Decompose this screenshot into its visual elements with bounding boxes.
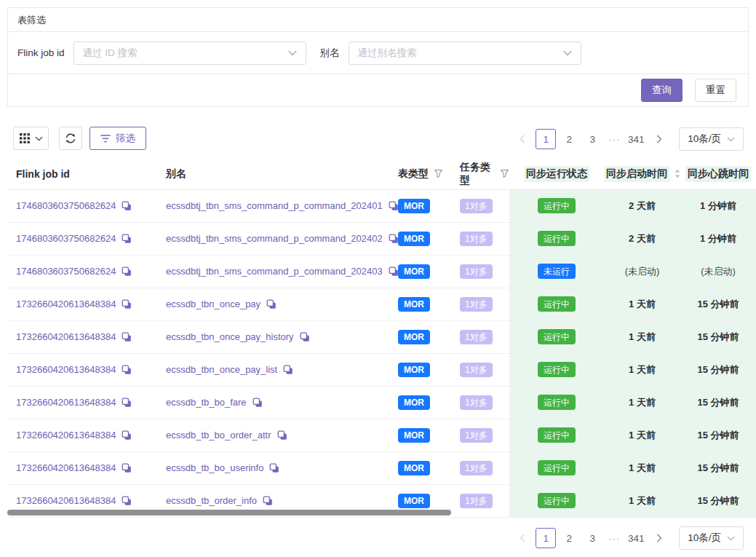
next-page-button[interactable] — [649, 129, 669, 149]
reset-button[interactable]: 重置 — [695, 79, 736, 102]
page-size-value: 10条/页 — [688, 532, 721, 545]
filter-funnel-icon[interactable] — [434, 169, 443, 178]
alias-link[interactable]: ecssdb_tb_bo_userinfo — [166, 462, 263, 473]
page-number-2[interactable]: 2 — [559, 129, 579, 149]
copy-icon[interactable] — [122, 365, 132, 375]
flink-job-id-select[interactable]: 通过 ID 搜索 — [73, 42, 306, 65]
table-row: 1732660420613648384 ecssdb_tbn_once_pay … — [7, 288, 756, 320]
copy-icon[interactable] — [122, 266, 132, 277]
previous-page-button[interactable] — [512, 528, 533, 548]
copy-icon[interactable] — [389, 266, 399, 277]
alias-link[interactable]: ecssdbtj_tbn_sms_command_p_command_20240… — [166, 200, 383, 211]
flink-job-id-link[interactable]: 1746803603750682624 — [16, 233, 116, 244]
sync-start-time-cell: 1 天前 — [604, 288, 680, 320]
refresh-button[interactable] — [59, 127, 82, 150]
sync-heartbeat-time-cell: 15 分钟前 — [680, 451, 756, 484]
flink-job-id-link[interactable]: 1746803603750682624 — [16, 200, 116, 211]
query-button[interactable]: 查询 — [641, 79, 683, 102]
grid-icon — [20, 133, 30, 143]
table-type-cell: MOR — [391, 255, 453, 288]
copy-icon[interactable] — [300, 332, 310, 342]
chevron-left-icon — [520, 135, 525, 143]
alias-link[interactable]: ecssdb_tb_bo_fare — [166, 397, 247, 408]
previous-page-button[interactable] — [512, 129, 533, 149]
table-type-badge: MOR — [398, 494, 430, 508]
flink-job-id-placeholder: 通过 ID 搜索 — [83, 47, 138, 60]
page-ellipsis[interactable]: ··· — [605, 134, 623, 145]
page-number-341[interactable]: 341 — [626, 129, 646, 149]
task-type-badge: 1对多 — [460, 264, 493, 279]
alias-cell: ecssdbtj_tbn_sms_command_p_command_20240… — [159, 189, 391, 222]
sync-status-badge: 运行中 — [538, 329, 576, 344]
copy-icon[interactable] — [122, 496, 132, 506]
copy-icon[interactable] — [283, 365, 293, 375]
table-row: 1732660420613648384 ecssdb_tb_bo_userinf… — [7, 451, 756, 484]
sync-status-badge: 运行中 — [538, 427, 576, 443]
alias-link[interactable]: ecssdb_tbn_once_pay_history — [166, 331, 294, 342]
flink-job-id-link[interactable]: 1732660420613648384 — [16, 364, 116, 375]
column-settings-button[interactable] — [13, 127, 49, 150]
copy-icon[interactable] — [277, 430, 287, 441]
filter-icon — [100, 134, 111, 143]
copy-icon[interactable] — [122, 463, 132, 473]
flink-job-id-link[interactable]: 1732660420613648384 — [16, 397, 116, 408]
copy-icon[interactable] — [122, 332, 132, 342]
page-ellipsis[interactable]: ··· — [605, 533, 623, 544]
sync-start-time-cell: (未启动) — [604, 255, 680, 288]
page-number-3[interactable]: 3 — [582, 129, 602, 149]
sync-status-badge: 运行中 — [538, 493, 576, 508]
column-header-sync-status: 同步运行状态 — [509, 159, 604, 189]
alias-link[interactable]: ecssdb_tb_bo_order_attr — [166, 430, 271, 441]
flink-job-id-link[interactable]: 1732660420613648384 — [16, 495, 116, 506]
horizontal-scrollbar-thumb[interactable] — [7, 510, 451, 515]
flink-job-id-cell: 1732660420613648384 — [7, 419, 159, 451]
flink-job-id-link[interactable]: 1732660420613648384 — [16, 430, 116, 441]
copy-icon[interactable] — [122, 299, 132, 309]
copy-icon[interactable] — [269, 463, 279, 473]
alias-link[interactable]: ecssdb_tbn_once_pay — [166, 299, 260, 309]
chevron-down-icon — [288, 50, 297, 56]
sync-status-cell: 运行中 — [509, 451, 604, 484]
alias-link[interactable]: ecssdb_tbn_once_pay_list — [166, 364, 277, 375]
refresh-icon — [65, 133, 76, 144]
copy-icon[interactable] — [122, 234, 132, 244]
column-header-flink-job-id: Flink job id — [7, 159, 159, 189]
next-page-button[interactable] — [649, 528, 669, 548]
alias-placeholder: 通过别名搜索 — [358, 47, 417, 60]
copy-icon[interactable] — [389, 201, 399, 211]
page-size-select[interactable]: 10条/页 — [679, 127, 744, 151]
page-number-341[interactable]: 341 — [626, 528, 646, 548]
alias-select[interactable]: 通过别名搜索 — [349, 42, 581, 65]
sync-heartbeat-time-cell: 15 分钟前 — [680, 386, 756, 419]
copy-icon[interactable] — [266, 299, 276, 309]
copy-icon[interactable] — [122, 398, 132, 408]
sync-heartbeat-time-cell: 15 分钟前 — [680, 320, 756, 353]
copy-icon[interactable] — [122, 201, 132, 211]
flink-job-id-cell: 1732660420613648384 — [7, 451, 159, 484]
alias-link[interactable]: ecssdbtj_tbn_sms_command_p_command_20240… — [166, 266, 383, 277]
sync-status-badge: 未运行 — [538, 264, 576, 279]
table-row: 1746803603750682624 ecssdbtj_tbn_sms_com… — [7, 189, 756, 222]
filter-funnel-icon[interactable] — [500, 169, 509, 178]
page-size-select[interactable]: 10条/页 — [679, 526, 744, 550]
flink-job-id-link[interactable]: 1732660420613648384 — [16, 331, 116, 342]
filter-button[interactable]: 筛选 — [89, 127, 146, 150]
copy-icon[interactable] — [252, 398, 263, 408]
alias-link[interactable]: ecssdbtj_tbn_sms_command_p_command_20240… — [166, 233, 383, 244]
page-number-3[interactable]: 3 — [582, 528, 602, 548]
sync-heartbeat-time-cell: (未启动) — [680, 255, 756, 288]
flink-job-id-link[interactable]: 1732660420613648384 — [16, 299, 116, 309]
alias-link[interactable]: ecssdb_tb_order_info — [166, 495, 257, 506]
table-type-cell: MOR — [391, 386, 453, 419]
sync-status-cell: 运行中 — [509, 222, 604, 255]
sorter-icon[interactable] — [675, 169, 680, 178]
copy-icon[interactable] — [122, 430, 132, 441]
copy-icon[interactable] — [389, 234, 399, 244]
page-number-1[interactable]: 1 — [536, 129, 556, 149]
alias-cell: ecssdb_tbn_once_pay — [159, 288, 391, 320]
flink-job-id-link[interactable]: 1732660420613648384 — [16, 462, 116, 473]
page-number-2[interactable]: 2 — [559, 528, 579, 548]
copy-icon[interactable] — [263, 496, 273, 506]
flink-job-id-link[interactable]: 1746803603750682624 — [16, 266, 116, 277]
page-number-1[interactable]: 1 — [536, 528, 556, 548]
